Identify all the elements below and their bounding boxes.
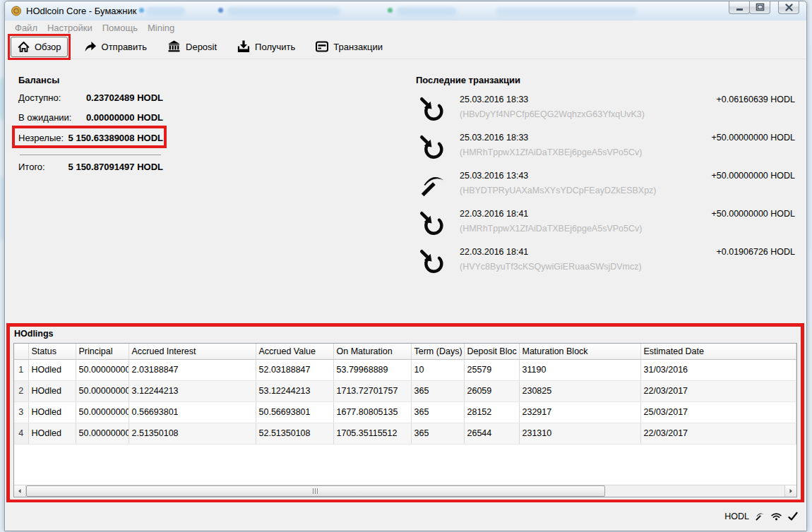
transaction-address: (HBvDyYf4NPCfp6EQG2WqhzxG63YfxqUvK3): [460, 109, 645, 119]
toolbar: Обзор Отправить Deposit: [6, 35, 806, 59]
scrollbar-thumb[interactable]: [26, 485, 605, 497]
menu-mining[interactable]: Mining: [143, 21, 179, 35]
table-row[interactable]: 2HOdled50.000000003.1224421353.122442131…: [14, 380, 796, 401]
background-blob: [807, 42, 812, 254]
bank-icon: [167, 40, 181, 54]
balances-title: Балансы: [18, 75, 163, 85]
maximize-button[interactable]: [749, 1, 770, 14]
transaction-amount: +50.00000000 HODL: [712, 133, 796, 143]
table-cell: 50.00000000: [76, 401, 129, 423]
transaction-item[interactable]: 25.03.2016 18:33 (HMRhTppwX1ZfAiDaTXBEj6…: [416, 131, 795, 169]
table-cell: 53.79968889: [333, 359, 411, 380]
overview-label: Обзор: [35, 42, 61, 52]
immature-value: 5 150.63389008 HODL: [68, 133, 163, 143]
title-bar[interactable]: HOdlcoin Core - Бумажник: [5, 1, 806, 20]
transaction-item[interactable]: 22.03.2016 18:41 (HMRhTppwX1ZfAiDaTXBEj6…: [416, 207, 795, 245]
annotation-box-overview: Обзор: [8, 34, 71, 60]
table-cell: 22/03/2017: [640, 423, 796, 444]
receive-label: Получить: [255, 42, 295, 52]
check-icon: [787, 511, 799, 522]
recent-transactions-panel: Последние транзакции 25.03.2016 18:33 (H…: [416, 75, 795, 283]
transaction-item[interactable]: 25.03.2016 18:33 (HBvDyYf4NPCfp6EQG2Wqhz…: [416, 92, 795, 131]
table-cell: 231310: [519, 423, 640, 444]
pickaxe-icon: [754, 511, 765, 522]
table-header-row: StatusPrincipalAccrued InterestAccrued V…: [14, 344, 796, 359]
menu-help[interactable]: Помощь: [97, 21, 143, 35]
background-favicon-blur: [388, 8, 393, 13]
column-header[interactable]: Deposit Bloc: [464, 344, 519, 359]
deposit-button[interactable]: Deposit: [161, 37, 222, 56]
column-header[interactable]: On Maturation: [333, 344, 411, 359]
table-cell: 2.51350108: [129, 423, 256, 444]
network-icon: [770, 511, 782, 522]
total-value: 5 150.87091497 HODL: [68, 162, 163, 172]
table-cell: 3.12244213: [129, 380, 256, 401]
pending-value: 0.00000000 HODL: [86, 112, 163, 123]
send-icon: [83, 40, 97, 54]
table-cell: 52.03188847: [256, 359, 333, 380]
status-bar: HODL: [6, 502, 806, 531]
available-value: 0.23702489 HODL: [86, 92, 163, 103]
table-cell: 22/03/2017: [640, 380, 796, 401]
column-header[interactable]: Accrued Value: [256, 344, 333, 359]
table-cell: 28152: [464, 401, 519, 423]
table-row[interactable]: 4HOdled50.000000002.5135010852.513501081…: [14, 423, 796, 444]
transactions-label: Транзакции: [333, 42, 383, 52]
transaction-date: 25.03.2016 18:33: [460, 133, 642, 143]
close-button[interactable]: [778, 1, 799, 14]
menu-bar: Файл Настройки Помощь Mining: [6, 20, 806, 35]
received-icon: [417, 209, 447, 238]
table-cell: 365: [411, 380, 464, 401]
transaction-address: (HMRhTppwX1ZfAiDaTXBEj6pgeA5sVPo5Cv): [460, 224, 642, 234]
column-header[interactable]: [14, 344, 28, 359]
transactions-button[interactable]: Транзакции: [309, 37, 388, 56]
horizontal-scrollbar[interactable]: [14, 485, 796, 497]
background-window-blur: [496, 7, 637, 16]
transaction-amount: +50.00000000 HODL: [712, 209, 796, 219]
table-cell: 1705.35115512: [333, 423, 411, 444]
hodlings-table[interactable]: StatusPrincipalAccrued InterestAccrued V…: [13, 343, 797, 497]
scroll-left-button[interactable]: [14, 485, 26, 497]
row-number: 1: [14, 359, 28, 380]
table-row[interactable]: 1HOdled50.000000002.0318884752.031888475…: [14, 359, 796, 380]
column-header[interactable]: Status: [28, 344, 76, 359]
hodlings-title: HOdlings: [14, 329, 54, 339]
table-cell: 1677.80805135: [333, 401, 411, 423]
transaction-date: 22.03.2016 18:41: [460, 209, 642, 219]
status-unit-label: HODL: [724, 512, 749, 521]
column-header[interactable]: Term (Days): [411, 344, 464, 359]
transaction-amount: +0.06160639 HODL: [716, 95, 795, 104]
receive-button[interactable]: Получить: [231, 37, 301, 56]
available-label: Доступно:: [18, 92, 61, 103]
menu-settings[interactable]: Настройки: [42, 21, 97, 35]
overview-button[interactable]: Обзор: [11, 37, 68, 57]
minimize-button[interactable]: [729, 1, 750, 14]
menu-file[interactable]: Файл: [10, 21, 42, 35]
transaction-address: (HBYDTPRyUAXaMsXYsYDCpFEayDZkESBXpz): [460, 186, 657, 195]
column-header[interactable]: Estimated Date: [640, 344, 796, 359]
table-cell: 31/03/2016: [640, 359, 796, 380]
home-icon: [17, 40, 30, 54]
table-cell: 52.51350108: [256, 423, 333, 444]
table-cell: 50.56693801: [256, 401, 333, 423]
send-button[interactable]: Отправить: [78, 37, 153, 56]
background-window-blur: [227, 7, 340, 16]
table-cell: 50.00000000: [76, 423, 129, 444]
table-cell: 232917: [519, 401, 640, 423]
scroll-right-button[interactable]: [784, 485, 796, 497]
table-row[interactable]: 3HOdled50.000000000.5669380150.566938011…: [14, 401, 796, 423]
transactions-title: Последние транзакции: [416, 75, 795, 85]
transaction-date: 25.03.2016 18:33: [460, 95, 645, 104]
column-header[interactable]: Maturation Block: [519, 344, 640, 359]
table-cell: 50.00000000: [76, 380, 129, 401]
close-icon: [782, 1, 796, 14]
table-cell: 2.03188847: [129, 359, 256, 380]
table-cell: 1713.72701757: [333, 380, 411, 401]
table-cell: HOdled: [28, 359, 76, 380]
maximize-icon: [753, 1, 767, 14]
received-icon: [417, 95, 447, 124]
column-header[interactable]: Principal: [76, 344, 129, 359]
transaction-item[interactable]: 22.03.2016 18:41 (HVYc8ByuTf3cKSQywiGiER…: [416, 245, 795, 283]
transaction-item[interactable]: 25.03.2016 13:43 (HBYDTPRyUAXaMsXYsYDCpF…: [416, 169, 795, 207]
column-header[interactable]: Accrued Interest: [129, 344, 256, 359]
